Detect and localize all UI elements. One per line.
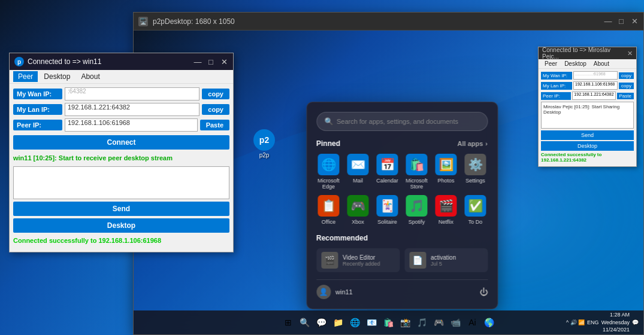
rec-item[interactable]: 🎬 Video Editor Recently added bbox=[316, 248, 400, 272]
chat-area[interactable] bbox=[13, 166, 229, 199]
app-close-btn[interactable]: ✕ bbox=[220, 57, 228, 66]
p2p-desktop-icon[interactable]: p2 p2p bbox=[253, 129, 275, 159]
remote-minimize-btn[interactable]: — bbox=[604, 17, 612, 26]
pinned-app[interactable]: 🃏 Solitaire bbox=[375, 195, 400, 226]
rp-wan-copy-btn[interactable]: copy bbox=[619, 72, 634, 79]
pinned-app[interactable]: 🌐 Microsoft Edge bbox=[316, 154, 341, 191]
my-lan-ip-input[interactable]: 192.168.1.221:64382 bbox=[65, 103, 199, 116]
taskbar-icon-3[interactable]: 📁 bbox=[331, 315, 346, 330]
app-body: My Wan IP: :64382 copy My Lan IP: 192.16… bbox=[10, 84, 233, 252]
rp-body: My Wan IP: ...............:61968 copy My… bbox=[539, 69, 636, 166]
taskbar-icon-7[interactable]: 📸 bbox=[398, 315, 413, 330]
pinned-app[interactable]: ✅ To Do bbox=[463, 195, 488, 226]
peer-ip-input[interactable]: 192.168.1.106:61968 bbox=[65, 118, 198, 132]
search-placeholder: Search for apps, settings, and documents bbox=[337, 118, 458, 125]
app-label: Mail bbox=[353, 178, 363, 184]
win11-taskbar: ⊞🔍💬📁🌐📧🛍️📸🎵🎮📹Ai🌎 ^ 🔊 📶 ENG 1:28 AM Wednes… bbox=[134, 310, 643, 334]
app-title-icon: p bbox=[14, 57, 24, 66]
remote-close-btn[interactable]: ✕ bbox=[630, 17, 639, 26]
rp-menu-about[interactable]: About bbox=[590, 60, 613, 68]
pinned-app[interactable]: 📋 Office bbox=[316, 195, 341, 226]
pinned-app[interactable]: ✉️ Mail bbox=[346, 154, 370, 191]
rp-lan-copy-btn[interactable]: copy bbox=[619, 83, 634, 89]
taskbar-icon-9[interactable]: 🎮 bbox=[432, 315, 446, 330]
taskbar-center-icons: ⊞🔍💬📁🌐📧🛍️📸🎵🎮📹Ai🌎 bbox=[281, 315, 497, 330]
taskbar-icon-11[interactable]: Ai bbox=[465, 315, 480, 330]
rp-status: Connected successfully to 192.168.1.221:… bbox=[541, 151, 634, 164]
pinned-app[interactable]: 📅 Calendar bbox=[375, 154, 400, 191]
rp-peer-label: Peer IP: bbox=[541, 92, 571, 100]
remote-window-titlebar: 🖥️ p2pDesktop: 1680 x 1050 — □ ✕ bbox=[134, 13, 643, 31]
pinned-app[interactable]: 🎬 Netflix bbox=[434, 195, 458, 226]
p2p-icon-label: p2p bbox=[259, 152, 270, 159]
pinned-app[interactable]: 🎵 Spotify bbox=[404, 195, 429, 226]
start-menu: 🔍 Search for apps, settings, and documen… bbox=[306, 102, 498, 309]
taskbar-icon-12[interactable]: 🌎 bbox=[482, 315, 497, 330]
wan-copy-btn[interactable]: copy bbox=[202, 89, 229, 99]
user-name: win11 bbox=[335, 288, 353, 296]
desktop-btn[interactable]: Desktop bbox=[13, 218, 229, 233]
remote-panel: Connected to => Miroslav Pejc... ✕ Peer … bbox=[538, 47, 637, 167]
rec-sub: Jul 5 bbox=[431, 261, 456, 267]
rp-close-btn[interactable]: ✕ bbox=[627, 50, 633, 57]
my-wan-ip-row: My Wan IP: :64382 copy bbox=[13, 87, 229, 100]
pinned-app[interactable]: 🎮 Xbox bbox=[346, 195, 370, 226]
pinned-app[interactable]: ⚙️ Settings bbox=[463, 154, 488, 191]
remote-panel-titlebar: Connected to => Miroslav Pejc... ✕ bbox=[539, 47, 636, 59]
pinned-app[interactable]: 🖼️ Photos bbox=[434, 154, 458, 191]
rp-peer-input[interactable]: 192.168.1.221:64382 bbox=[572, 92, 615, 100]
taskbar-icon-1[interactable]: 🔍 bbox=[298, 315, 312, 330]
rp-menu-peer[interactable]: Peer bbox=[541, 60, 561, 68]
recommended-title: Recommended bbox=[316, 234, 488, 242]
taskbar-icon-8[interactable]: 🎵 bbox=[415, 315, 430, 330]
rp-send-btn[interactable]: Send bbox=[541, 130, 634, 140]
taskbar-icon-10[interactable]: 📹 bbox=[449, 315, 463, 330]
rp-desktop-btn[interactable]: Desktop bbox=[541, 141, 634, 151]
app-win-controls: — □ ✕ bbox=[193, 57, 228, 66]
pinned-app[interactable]: 🛍️ Microsoft Store bbox=[404, 154, 429, 191]
user-avatar: 👤 bbox=[316, 285, 331, 299]
rec-item[interactable]: 📄 activation Jul 5 bbox=[404, 248, 488, 272]
taskbar-icon-4[interactable]: 🌐 bbox=[348, 315, 362, 330]
menu-peer[interactable]: Peer bbox=[13, 71, 38, 82]
rp-menu-desktop[interactable]: Desktop bbox=[561, 60, 590, 68]
all-apps-btn[interactable]: All apps › bbox=[457, 139, 487, 148]
app-icon: 🎬 bbox=[435, 195, 456, 217]
rec-icon: 🎬 bbox=[321, 252, 338, 269]
taskbar-icon-0[interactable]: ⊞ bbox=[281, 315, 295, 330]
menu-desktop[interactable]: Desktop bbox=[39, 71, 75, 82]
rec-sub: Recently added bbox=[343, 261, 380, 267]
power-button[interactable]: ⏻ bbox=[479, 287, 488, 297]
menu-about[interactable]: About bbox=[76, 71, 104, 82]
start-menu-search[interactable]: 🔍 Search for apps, settings, and documen… bbox=[316, 112, 488, 131]
connected-status: Connected successfully to 192.168.1.106:… bbox=[13, 235, 229, 246]
rp-title: Connected to => Miroslav Pejc... bbox=[542, 47, 625, 60]
connect-btn[interactable]: Connect bbox=[13, 135, 229, 150]
rec-icon: 📄 bbox=[409, 252, 426, 269]
send-btn[interactable]: Send bbox=[13, 202, 229, 216]
app-label: Photos bbox=[437, 178, 454, 184]
app-minimize-btn[interactable]: — bbox=[193, 57, 202, 66]
rec-name: activation bbox=[431, 254, 456, 261]
desktop-background: 🗑️ Recycle Bin 🖥️ p2pDesktop: 1680 x 105… bbox=[0, 0, 644, 335]
remote-panel-menu: Peer Desktop About bbox=[539, 59, 636, 69]
rp-paste-btn[interactable]: Paste bbox=[617, 93, 634, 99]
remote-maximize-btn[interactable]: □ bbox=[617, 17, 625, 26]
app-label: To Do bbox=[468, 219, 483, 226]
taskbar-icon-6[interactable]: 🛍️ bbox=[382, 315, 396, 330]
rp-lan-input[interactable]: 192.168.1.106:61968 bbox=[573, 81, 618, 90]
peer-paste-btn[interactable]: Paste bbox=[200, 120, 229, 130]
rp-lan-label: My Lan IP: bbox=[541, 82, 572, 90]
taskbar-icon-5[interactable]: 📧 bbox=[365, 315, 379, 330]
recommended-items: 🎬 Video Editor Recently added 📄 activati… bbox=[316, 248, 488, 272]
my-wan-ip-input[interactable]: :64382 bbox=[65, 87, 199, 100]
rp-chat-area[interactable]: Miroslav Pejic [01:25]: Start Sharing De… bbox=[541, 102, 634, 129]
app-label: Calendar bbox=[376, 178, 398, 184]
remote-window-controls: — □ ✕ bbox=[604, 17, 639, 26]
taskbar-icon-2[interactable]: 💬 bbox=[315, 315, 329, 330]
app-icon: 🃏 bbox=[376, 195, 398, 217]
app-label: Office bbox=[322, 219, 335, 226]
lan-copy-btn[interactable]: copy bbox=[202, 104, 229, 115]
app-maximize-btn[interactable]: □ bbox=[207, 57, 215, 66]
rp-wan-input[interactable]: ...............:61968 bbox=[573, 71, 618, 80]
